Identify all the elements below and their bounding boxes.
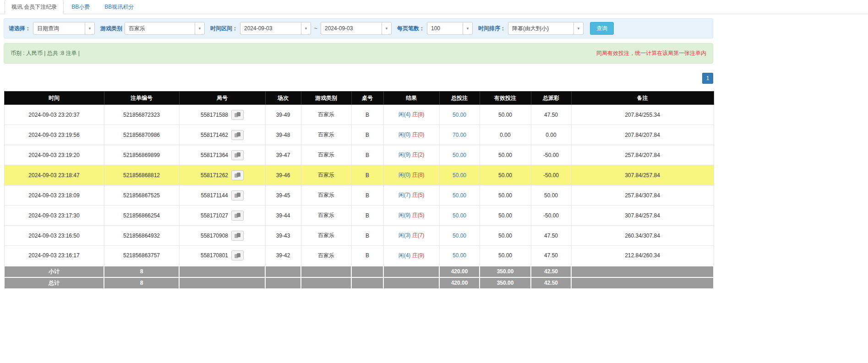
round-result-button[interactable] <box>231 250 244 260</box>
total-bet-link[interactable]: 70.00 <box>453 132 466 138</box>
summary-empty-cell <box>571 266 714 277</box>
cell-result: 闲(7) 庄(5) <box>383 185 439 206</box>
cell-total-bet: 50.00 <box>439 105 480 125</box>
banker-result: 庄(2) <box>412 152 425 158</box>
cell-result: 闲(0) 庄(0) <box>383 125 439 145</box>
total-bet-link[interactable]: 50.00 <box>453 152 466 158</box>
query-type-select[interactable]: 日期查询 ▼ <box>33 22 95 35</box>
summary-empty-cell <box>571 277 714 289</box>
summary-empty-cell <box>265 277 301 289</box>
query-type-label: 请选择： <box>9 25 31 33</box>
cell-valid-bet: 50.00 <box>480 105 531 125</box>
cell-payout: -50.00 <box>531 165 571 185</box>
per-page-select[interactable]: 100 ▼ <box>427 22 473 35</box>
cell-session: 39-46 <box>265 165 301 185</box>
cell-round-id: 558171588 <box>179 105 265 125</box>
game-type-value: 百家乐 <box>125 25 195 33</box>
total-bet-link[interactable]: 50.00 <box>453 252 466 259</box>
round-id-group: 558171262 <box>201 170 244 180</box>
column-header: 有效投注 <box>480 92 531 105</box>
game-type-select[interactable]: 百家乐 ▼ <box>125 22 205 35</box>
table-row: 2024-09-03 23:19:20521856869899558171364… <box>4 145 714 165</box>
cell-bet-id: 521856863757 <box>104 246 179 266</box>
bet-records-table: 时间注单编号局号场次游戏类别桌号结果总投注有效投注总派彩备注 2024-09-0… <box>4 91 714 289</box>
chevron-down-icon: ▼ <box>85 22 94 34</box>
chevron-down-icon: ▼ <box>301 22 311 34</box>
roadmap-icon <box>234 112 241 118</box>
cell-note: 257.84/307.84 <box>571 185 714 206</box>
cell-game-type: 百家乐 <box>301 145 351 165</box>
table-row: 2024-09-03 23:16:17521856863757558170801… <box>4 246 714 266</box>
info-bar: 币别 : 人民币 | 总共 :8 注单 | 同局有效投注，统一计算在该局第一张注… <box>4 43 713 64</box>
date-to-select[interactable]: 2024-09-03 ▼ <box>321 22 392 35</box>
round-result-button[interactable] <box>231 190 244 200</box>
cell-session: 39-47 <box>265 145 301 165</box>
cell-total-bet: 50.00 <box>439 246 480 266</box>
cell-note: 307.84/257.84 <box>571 206 714 226</box>
total-bet-link[interactable]: 50.00 <box>453 172 466 179</box>
total-bet-link[interactable]: 50.00 <box>453 233 466 239</box>
tab-video-bet-records[interactable]: 视讯 会员下注纪录 <box>5 0 64 14</box>
total-bet-link[interactable]: 50.00 <box>453 212 466 219</box>
sort-order-value: 降幂(由大到小) <box>508 25 573 33</box>
cell-payout: -50.00 <box>531 145 571 165</box>
cell-bet-id: 521856866254 <box>104 206 179 226</box>
cell-valid-bet: 50.00 <box>480 145 531 165</box>
cell-time: 2024-09-03 23:18:47 <box>4 165 104 185</box>
chevron-down-icon: ▼ <box>463 22 472 34</box>
per-page-label: 每页笔数： <box>397 25 425 33</box>
column-header: 场次 <box>265 92 301 105</box>
tab-bb-tips[interactable]: BB小费 <box>65 0 97 14</box>
round-id-text: 558171262 <box>201 172 228 179</box>
roadmap-icon <box>234 152 241 158</box>
date-from-select[interactable]: 2024-09-03 ▼ <box>240 22 311 35</box>
round-result-button[interactable] <box>231 231 244 241</box>
table-body: 2024-09-03 23:20:37521856872323558171588… <box>4 105 714 266</box>
round-result-button[interactable] <box>231 130 244 140</box>
column-header: 局号 <box>179 92 265 105</box>
filter-bar: 请选择： 日期查询 ▼ 游戏类别 百家乐 ▼ 时间区间： 2024-09-03 … <box>4 18 713 38</box>
banker-result: 庄(8) <box>412 172 425 178</box>
cell-payout: 47.50 <box>531 226 571 246</box>
summary-total-bet: 420.00 <box>439 266 480 277</box>
round-id-text: 558171588 <box>201 112 228 118</box>
cell-note: 207.84/207.84 <box>571 125 714 145</box>
summary-count: 8 <box>104 266 179 277</box>
cell-game-type: 百家乐 <box>301 105 351 125</box>
cell-total-bet: 50.00 <box>439 226 480 246</box>
table-row: 2024-09-03 23:16:50521856864932558170908… <box>4 226 714 246</box>
round-result-button[interactable] <box>231 110 244 120</box>
cell-round-id: 558171262 <box>179 165 265 185</box>
summary-empty-cell <box>351 266 383 277</box>
game-type-label: 游戏类别 <box>100 25 122 33</box>
total-bet-link[interactable]: 50.00 <box>453 192 466 199</box>
sort-order-select[interactable]: 降幂(由大到小) ▼ <box>508 22 584 35</box>
cell-session: 39-44 <box>265 206 301 226</box>
summary-row: 总计8420.00350.0042.50 <box>4 277 714 289</box>
cell-table-no: B <box>351 165 383 185</box>
round-result-button[interactable] <box>231 211 244 221</box>
summary-payout: 42.50 <box>531 277 571 289</box>
cell-valid-bet: 50.00 <box>480 246 531 266</box>
cell-table-no: B <box>351 206 383 226</box>
player-result: 闲(9) <box>399 212 411 218</box>
summary-row: 小计8420.00350.0042.50 <box>4 266 714 277</box>
summary-total-bet: 420.00 <box>439 277 480 289</box>
cell-bet-id: 521856872323 <box>104 105 179 125</box>
cell-table-no: B <box>351 145 383 165</box>
cell-time: 2024-09-03 23:19:20 <box>4 145 104 165</box>
cell-total-bet: 50.00 <box>439 165 480 185</box>
round-id-group: 558170908 <box>201 231 244 241</box>
pagination: 1 <box>4 73 713 84</box>
roadmap-icon <box>234 132 241 138</box>
player-result: 闲(3) <box>399 232 411 238</box>
cell-result: 闲(9) 庄(2) <box>383 145 439 165</box>
total-bet-link[interactable]: 50.00 <box>453 112 466 118</box>
round-result-button[interactable] <box>231 150 244 160</box>
banker-result: 庄(5) <box>412 212 425 218</box>
query-button[interactable]: 查询 <box>590 22 614 35</box>
summary-count: 8 <box>104 277 179 289</box>
round-result-button[interactable] <box>231 170 244 180</box>
page-button-1[interactable]: 1 <box>702 73 713 84</box>
tab-bb-video-points[interactable]: BB视讯积分 <box>98 0 141 14</box>
